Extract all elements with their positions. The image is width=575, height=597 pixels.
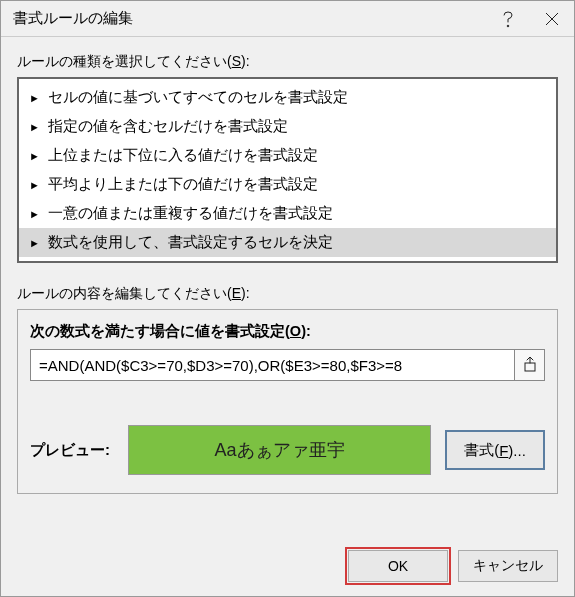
formula-label: 次の数式を満たす場合に値を書式設定(O): [30,322,545,341]
rule-item-label: 上位または下位に入る値だけを書式設定 [48,146,318,165]
rule-item[interactable]: ►数式を使用して、書式設定するセルを決定 [19,228,556,257]
rule-item[interactable]: ►上位または下位に入る値だけを書式設定 [19,141,556,170]
preview-label: プレビュー: [30,441,114,460]
close-button[interactable] [530,1,574,37]
format-button[interactable]: 書式(F)... [445,430,545,470]
dialog-title: 書式ルールの編集 [13,9,486,28]
arrow-icon: ► [29,179,40,191]
titlebar: 書式ルールの編集 [1,1,574,37]
formula-input[interactable] [30,349,515,381]
rule-item-label: 数式を使用して、書式設定するセルを決定 [48,233,333,252]
rule-item-label: 平均より上または下の値だけを書式設定 [48,175,318,194]
cancel-button[interactable]: キャンセル [458,550,558,582]
rule-item[interactable]: ►セルの値に基づいてすべてのセルを書式設定 [19,83,556,112]
help-button[interactable] [486,1,530,37]
range-selector-button[interactable] [515,349,545,381]
rule-item-label: 一意の値または重複する値だけを書式設定 [48,204,333,223]
dialog-body: ルールの種類を選択してください(S): ►セルの値に基づいてすべてのセルを書式設… [1,37,574,506]
edit-rule-dialog: 書式ルールの編集 ルールの種類を選択してください(S): ►セルの値に基づいてす… [0,0,575,597]
arrow-icon: ► [29,121,40,133]
preview-sample: Aaあぁアァ亜宇 [128,425,431,475]
svg-point-0 [507,25,509,27]
rule-type-label: ルールの種類を選択してください(S): [17,53,558,71]
arrow-icon: ► [29,208,40,220]
arrow-icon: ► [29,92,40,104]
rule-item-label: 指定の値を含むセルだけを書式設定 [48,117,288,136]
edit-content-label: ルールの内容を編集してください(E): [17,285,558,303]
arrow-icon: ► [29,237,40,249]
svg-rect-3 [525,363,535,371]
dialog-footer: OK キャンセル [348,550,558,582]
rule-edit-panel: 次の数式を満たす場合に値を書式設定(O): プレビュー: Aaあぁアァ亜宇 書式… [17,309,558,494]
rule-type-list[interactable]: ►セルの値に基づいてすべてのセルを書式設定 ►指定の値を含むセルだけを書式設定 … [17,77,558,263]
arrow-icon: ► [29,150,40,162]
rule-item-label: セルの値に基づいてすべてのセルを書式設定 [48,88,348,107]
rule-item[interactable]: ►平均より上または下の値だけを書式設定 [19,170,556,199]
rule-item[interactable]: ►一意の値または重複する値だけを書式設定 [19,199,556,228]
rule-item[interactable]: ►指定の値を含むセルだけを書式設定 [19,112,556,141]
ok-button[interactable]: OK [348,550,448,582]
